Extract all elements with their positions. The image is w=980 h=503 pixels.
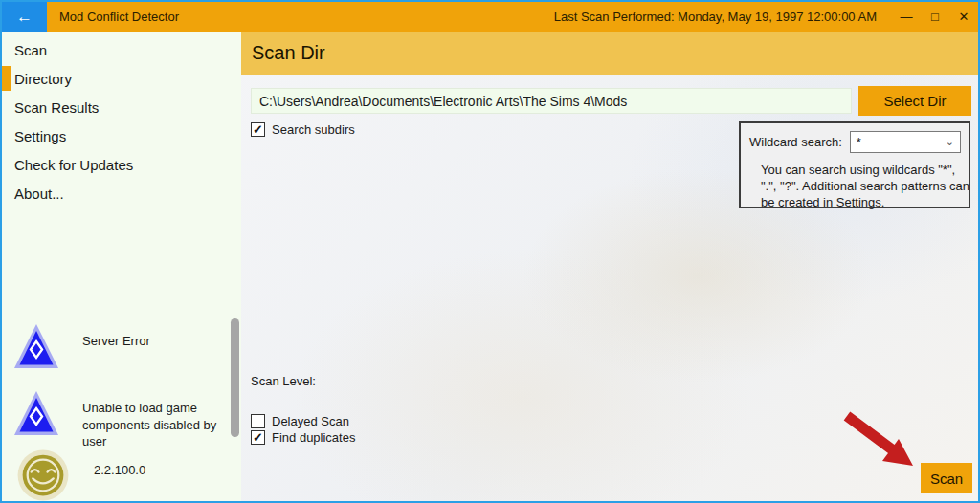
checkbox-box <box>251 414 265 428</box>
minimize-icon: — <box>901 10 913 24</box>
close-button[interactable]: ✕ <box>949 2 978 32</box>
sidebar: Scan Directory Scan Results Settings Che… <box>2 32 241 501</box>
notification-server-error: Server Error <box>13 323 226 371</box>
page-title: Scan Dir <box>252 42 325 64</box>
notification-text: Server Error <box>82 323 226 371</box>
wildcard-value: * <box>857 135 946 149</box>
sidebar-menu: Scan Directory Scan Results Settings Che… <box>2 32 241 208</box>
sidebar-item-label: Check for Updates <box>14 157 133 173</box>
search-subdirs-checkbox[interactable]: Search subdirs <box>251 122 355 137</box>
window-controls: — □ ✕ <box>892 2 978 32</box>
checkbox-label: Search subdirs <box>272 122 355 137</box>
find-duplicates-checkbox[interactable]: Find duplicates <box>251 430 355 445</box>
annotation-arrow-icon <box>838 408 919 470</box>
minimize-button[interactable]: — <box>892 2 921 32</box>
wildcard-label: Wildcard search: <box>749 135 842 149</box>
maximize-button[interactable]: □ <box>921 2 949 32</box>
app-window: ← Mod Conflict Detector Last Scan Perfor… <box>0 0 980 503</box>
scan-button[interactable]: Scan <box>921 463 972 493</box>
sidebar-scrollbar-thumb[interactable] <box>231 318 239 437</box>
scan-level-label: Scan Level: <box>251 374 316 388</box>
sidebar-item-label: Scan Results <box>14 99 99 116</box>
back-arrow-icon: ← <box>16 8 33 27</box>
smiley-badge-icon <box>17 449 69 501</box>
last-scan-status: Last Scan Performed: Monday, May 19, 199… <box>554 2 892 32</box>
main-panel: Scan Dir C:\Users\Andrea\Documents\Elect… <box>241 32 978 501</box>
wildcard-combobox[interactable]: * ⌄ <box>850 131 961 153</box>
plumbob-warning-icon <box>13 390 59 438</box>
select-dir-button[interactable]: Select Dir <box>858 86 971 116</box>
sidebar-item-label: Directory <box>14 71 72 87</box>
chevron-down-icon: ⌄ <box>946 136 954 148</box>
sidebar-item-label: About... <box>14 186 64 202</box>
scan-button-label: Scan <box>930 470 963 487</box>
sidebar-item-directory[interactable]: Directory <box>2 64 241 93</box>
sidebar-item-label: Settings <box>14 128 66 144</box>
sidebar-item-settings[interactable]: Settings <box>2 121 241 150</box>
wildcard-help-text: You can search using wildcards "*", ".",… <box>761 162 969 210</box>
scan-directory-input[interactable]: C:\Users\Andrea\Documents\Electronic Art… <box>251 88 852 114</box>
version-text: 2.2.100.0 <box>94 449 145 477</box>
sidebar-item-scan-results[interactable]: Scan Results <box>2 93 241 121</box>
notification-components-disabled: Unable to load game components disabled … <box>13 390 226 450</box>
close-icon: ✕ <box>959 10 969 24</box>
back-button[interactable]: ← <box>2 2 47 32</box>
window-title: Mod Conflict Detector <box>47 2 554 32</box>
checkbox-box <box>251 430 265 445</box>
title-bar: ← Mod Conflict Detector Last Scan Perfor… <box>2 2 978 32</box>
checkbox-label: Delayed Scan <box>272 414 349 428</box>
plumbob-warning-icon <box>13 323 59 371</box>
version-row: 2.2.100.0 <box>17 449 145 501</box>
delayed-scan-checkbox[interactable]: Delayed Scan <box>251 414 349 428</box>
checkbox-label: Find duplicates <box>272 430 355 445</box>
wildcard-search-panel: Wildcard search: * ⌄ You can search usin… <box>739 121 970 208</box>
page-header: Scan Dir <box>241 32 978 75</box>
notification-text: Unable to load game components disabled … <box>82 390 226 450</box>
maximize-icon: □ <box>931 10 939 24</box>
sidebar-item-about[interactable]: About... <box>2 179 241 208</box>
sidebar-item-check-for-updates[interactable]: Check for Updates <box>2 150 241 179</box>
sidebar-item-label: Scan <box>14 42 47 58</box>
checkbox-box <box>251 122 265 137</box>
select-dir-label: Select Dir <box>883 93 946 109</box>
sidebar-item-scan[interactable]: Scan <box>2 35 241 64</box>
